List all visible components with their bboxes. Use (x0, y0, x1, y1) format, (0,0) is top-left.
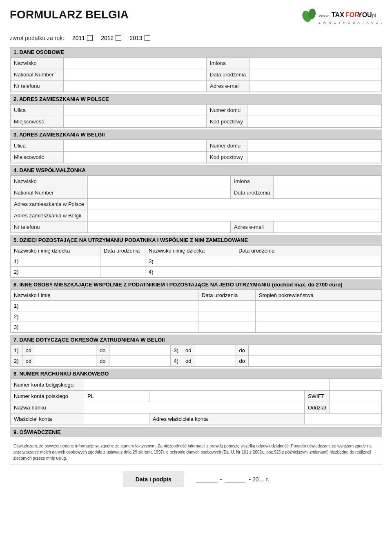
emp-do-4-value[interactable] (249, 356, 382, 367)
adres-belgia-sp-value[interactable] (87, 210, 381, 221)
table-row: 1) (11, 301, 382, 311)
swift-value[interactable] (330, 391, 382, 402)
nr-telefonu-label: Nr telefonu (11, 80, 64, 92)
ulica-be-value[interactable] (64, 140, 207, 152)
section-dzieci: 5. DZIECI POZOSTAJĄCE NA UTRZYMANIU PODA… (10, 235, 382, 278)
table-row: Nazwa banku Oddział (11, 402, 382, 414)
title-text: FORMULARZ BELGIA (10, 8, 129, 21)
adres-email-value[interactable] (249, 80, 382, 92)
year-2012-checkbox[interactable] (116, 35, 121, 41)
other3-dob-value[interactable] (198, 322, 256, 333)
emp-od-4-value[interactable] (195, 356, 236, 367)
oddzial-value[interactable] (330, 402, 382, 414)
child2-name-value[interactable]: 2) (11, 267, 100, 277)
other1-dob-value[interactable] (198, 301, 256, 311)
other2-dob-value[interactable] (198, 311, 256, 322)
national-number-sp-label: National Number (11, 187, 88, 199)
table-row: Numer konta belgijskiego (11, 379, 382, 391)
year-2013-checkbox[interactable] (145, 35, 150, 41)
nazwa-banku-value[interactable] (84, 402, 305, 414)
nr-telefonu-sp-value[interactable] (87, 221, 230, 233)
other3-rel-value[interactable] (256, 322, 382, 333)
ulica-pl-label: Ulica (11, 105, 64, 116)
section5-table: Nazwisko i imię dziecka Data urodzenia N… (10, 245, 382, 277)
kod-pocztowy-be-value[interactable] (247, 152, 382, 163)
adres-polska-sp-value[interactable] (87, 199, 381, 210)
col-stopien: Stopień pokrewieństwa (256, 290, 382, 301)
other3-name-value[interactable]: 3) (11, 322, 198, 333)
adres-wlasciciela-label: Adres właściciela konta (149, 414, 305, 425)
numer-domu-pl-value[interactable] (247, 105, 382, 116)
child3-name-value[interactable]: 3) (145, 256, 235, 267)
table-row: Miejscowość Kod pocztowy (11, 116, 382, 127)
emp-od-1-value[interactable] (35, 345, 96, 356)
child3-dob-value[interactable] (235, 256, 382, 267)
section5-header: 5. DZIECI POZOSTAJĄCE NA UTRZYMANIU PODA… (10, 235, 382, 245)
emp-od-4: od (182, 356, 195, 367)
declaration-content: Oświadczam, że powyżej podane informacje… (10, 437, 382, 465)
year-selection-row: zwrot podatku za rok: 2011 2012 2013 (10, 35, 382, 41)
adres-email-sp-value[interactable] (274, 221, 382, 233)
kod-pocztowy-pl-label: Kod pocztowy (207, 116, 247, 127)
date-day[interactable] (196, 476, 217, 483)
imiona-sp-value[interactable] (274, 176, 382, 187)
adres-wlasciciela-value[interactable] (305, 414, 382, 425)
child1-dob-value[interactable] (100, 256, 145, 267)
section8-header: 8. NUMER RACHUNKU BANKOWEGO (10, 369, 382, 379)
child4-name-value[interactable]: 4) (145, 267, 235, 277)
emp-do-4: do (236, 356, 248, 367)
table-row: 1) od do 3) od do (11, 345, 382, 356)
year-2012-text: 2012 (101, 35, 114, 41)
wlasciciel-konta-value[interactable] (84, 414, 149, 425)
imiona-value[interactable] (249, 58, 382, 69)
other2-rel-value[interactable] (256, 311, 382, 322)
year-2012-option[interactable]: 2012 (101, 35, 121, 41)
col-data-urodzenia-2: Data urodzenia (235, 246, 382, 256)
nazwisko-sp-value[interactable] (87, 176, 230, 187)
ulica-pl-value[interactable] (64, 105, 207, 116)
emp-do-1-value[interactable] (109, 345, 170, 356)
emp-od-3-value[interactable] (195, 345, 236, 356)
kod-pocztowy-pl-value[interactable] (247, 116, 382, 127)
konto-polskie-label: Numer konta polskiego (11, 391, 84, 402)
child4-dob-value[interactable] (235, 267, 382, 277)
numer-domu-be-value[interactable] (247, 140, 382, 152)
emp-do-3: do (236, 345, 248, 356)
national-number-value[interactable] (64, 69, 207, 80)
national-number-label: National Number (11, 69, 64, 80)
emp-num-3: 3) (170, 345, 182, 356)
logo-area: www. TAX FOR YOU .pl Z W R O T P O D A T… (301, 8, 382, 31)
year-2013-option[interactable]: 2013 (129, 35, 150, 41)
child1-name-value[interactable]: 1) (11, 256, 100, 267)
svg-text:TAX: TAX (332, 11, 344, 18)
data-urodzenia-value[interactable] (249, 69, 382, 80)
kod-pocztowy-be-label: Kod pocztowy (207, 152, 247, 163)
declaration-text: Oświadczam, że powyżej podane informacje… (13, 443, 379, 461)
konto-polskie-value[interactable] (149, 391, 305, 402)
child2-dob-value[interactable] (100, 267, 145, 277)
date-month[interactable] (225, 476, 245, 483)
miejscowosc-pl-label: Miejscowość (11, 116, 64, 127)
year-2011-option[interactable]: 2011 (72, 35, 93, 41)
emp-do-2-value[interactable] (109, 356, 170, 367)
svg-text:YOU: YOU (358, 11, 372, 18)
section2-header: 2. ADRES ZAMIESZKANIA W POLSCE (10, 94, 382, 104)
section4-table: Nazwisko Imiona National Number Data uro… (10, 175, 382, 233)
other1-rel-value[interactable] (256, 301, 382, 311)
konto-belgijskie-value[interactable] (84, 379, 330, 391)
other2-name-value[interactable]: 2) (11, 311, 198, 322)
section6-header: 6. INNE OSOBY MIESZKAJĄCE WSPÓLNIE Z POD… (10, 280, 382, 290)
col-nazwisko-dziecka-1: Nazwisko i imię dziecka (11, 246, 100, 256)
nazwisko-value[interactable] (64, 58, 207, 69)
miejscowosc-pl-value[interactable] (64, 116, 207, 127)
svg-text:www.: www. (318, 13, 330, 18)
data-urodzenia-sp-value[interactable] (274, 187, 382, 199)
miejscowosc-be-value[interactable] (64, 152, 207, 163)
year-2011-checkbox[interactable] (87, 35, 93, 41)
nr-telefonu-value[interactable] (64, 80, 207, 92)
table-row: 1) 3) (11, 256, 382, 267)
other1-name-value[interactable]: 1) (11, 301, 198, 311)
national-number-sp-value[interactable] (87, 187, 230, 199)
emp-do-3-value[interactable] (249, 345, 382, 356)
emp-od-2-value[interactable] (35, 356, 96, 367)
